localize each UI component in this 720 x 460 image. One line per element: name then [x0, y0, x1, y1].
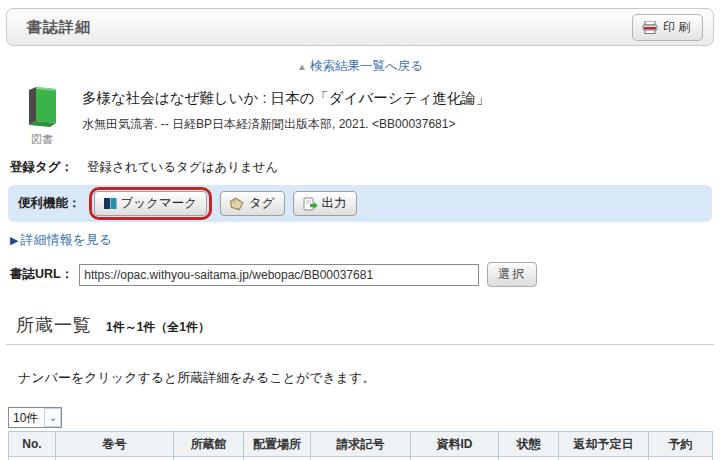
col-header-location: 配置場所 [244, 432, 311, 457]
detail-link-label: 詳細情報を見る [20, 232, 112, 247]
holding-due-date [559, 457, 649, 460]
back-link-label: 検索結果一覧へ戻る [310, 59, 423, 73]
holding-reservation: 0件 [649, 457, 713, 460]
printer-icon [642, 21, 658, 34]
book-icon [23, 85, 61, 127]
holding-status [499, 457, 559, 460]
page-header: 書誌詳細 印刷 [6, 8, 714, 46]
material-type-label: 図書 [16, 132, 68, 147]
table-header-row: No. 巻号 所蔵館 配置場所 請求記号 資料ID 状態 返却予定日 予約 [9, 432, 713, 457]
holdings-divider [6, 344, 714, 345]
tag-button-label: タグ [249, 195, 275, 212]
chevron-down-icon: ⌄ [44, 408, 61, 427]
export-icon [303, 197, 318, 211]
material-type-block: 図書 [16, 85, 68, 147]
book-title: 多様な社会はなぜ難しいか : 日本の「ダイバーシティ進化論」 [82, 89, 490, 108]
page-size-value: 10件 [9, 408, 44, 427]
tag-icon [230, 197, 245, 211]
registered-tag-label: 登録タグ： [10, 160, 73, 174]
detail-info-link[interactable]: ▶詳細情報を見る [10, 231, 720, 249]
triangle-right-icon: ▶ [10, 234, 18, 246]
print-button[interactable]: 印刷 [632, 14, 703, 41]
holding-material-id: 710330150 [411, 457, 499, 460]
red-highlight-annotation: ブックマーク [89, 187, 212, 220]
col-header-reservation: 予約 [649, 432, 713, 457]
holdings-title: 所蔵一覧 [16, 313, 92, 337]
col-header-call-number: 請求記号 [311, 432, 411, 457]
function-bar-label: 便利機能： [18, 195, 81, 212]
back-to-results-link[interactable]: ▲検索結果一覧へ戻る [0, 58, 720, 75]
holding-volume [56, 457, 174, 460]
page-size-select[interactable]: 10件 ⌄ [8, 407, 62, 428]
table-row: 0001 ライブラリー 一般書架 367.21/タ 710330150 0件 [9, 457, 713, 460]
holding-library: ライブラリー [174, 457, 244, 460]
bookmark-icon [104, 197, 117, 210]
col-header-due-date: 返却予定日 [559, 432, 649, 457]
book-author-line: 水無田気流著. -- 日経BP日本経済新聞出版本部, 2021. <BB0003… [82, 116, 490, 133]
registered-tag-row: 登録タグ：登録されているタグはありません [10, 159, 720, 176]
function-bar: 便利機能： ブックマーク タグ [8, 185, 712, 222]
bib-url-label: 書誌URL： [10, 266, 73, 283]
url-select-button[interactable]: 選択 [487, 262, 537, 287]
holdings-header: 所蔵一覧 1件～1件（全1件） [16, 313, 720, 337]
output-button-label: 出力 [322, 195, 347, 212]
holdings-hint: ナンバーをクリックすると所蔵詳細をみることができます。 [18, 369, 720, 387]
tag-button[interactable]: タグ [220, 191, 285, 216]
col-header-volume: 巻号 [56, 432, 174, 457]
col-header-material-id: 資料ID [411, 432, 499, 457]
bookmark-button-label: ブックマーク [121, 195, 197, 212]
bookmark-button[interactable]: ブックマーク [94, 191, 207, 216]
col-header-status: 状態 [499, 432, 559, 457]
holdings-count: 1件～1件（全1件） [106, 319, 210, 336]
registered-tag-value: 登録されているタグはありません [87, 160, 278, 174]
col-header-no: No. [9, 432, 56, 457]
page-title: 書誌詳細 [27, 18, 91, 37]
print-button-label: 印刷 [663, 19, 693, 36]
bibliographic-summary: 図書 多様な社会はなぜ難しいか : 日本の「ダイバーシティ進化論」 水無田気流著… [16, 85, 720, 147]
holdings-table: No. 巻号 所蔵館 配置場所 請求記号 資料ID 状態 返却予定日 予約 00… [8, 431, 713, 460]
output-button[interactable]: 出力 [293, 191, 357, 216]
col-header-library: 所蔵館 [174, 432, 244, 457]
bib-url-row: 書誌URL： 選択 [10, 262, 720, 287]
bib-url-input[interactable] [79, 264, 479, 286]
triangle-up-icon: ▲ [297, 61, 307, 72]
